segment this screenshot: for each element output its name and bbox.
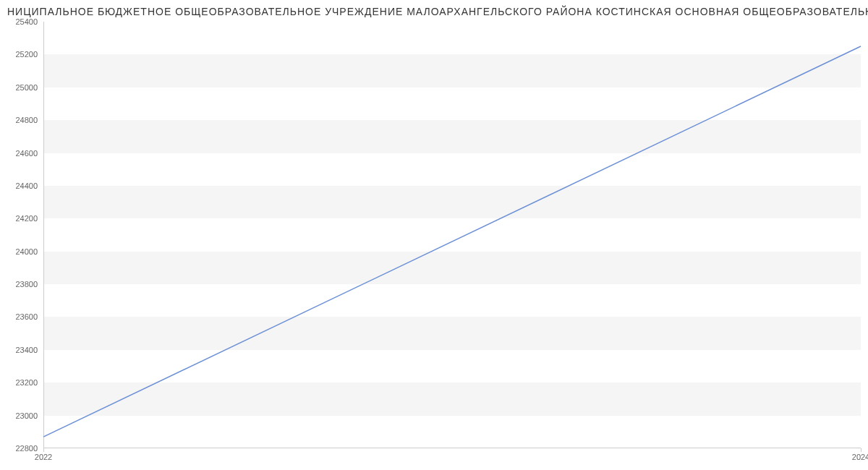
line-chart-svg bbox=[43, 22, 861, 448]
y-tick-label: 23000 bbox=[15, 411, 43, 420]
y-tick-label: 24800 bbox=[15, 116, 43, 124]
y-tick-label: 24200 bbox=[15, 214, 43, 223]
y-tick-label: 25200 bbox=[15, 50, 43, 59]
y-tick-label: 24400 bbox=[15, 181, 43, 190]
y-tick-label: 24000 bbox=[15, 247, 43, 256]
y-tick-label: 23800 bbox=[15, 280, 43, 289]
x-tick-mark bbox=[43, 448, 44, 452]
chart-title: НИЦИПАЛЬНОЕ БЮДЖЕТНОЕ ОБЩЕОБРАЗОВАТЕЛЬНО… bbox=[0, 0, 868, 19]
plot-area: 2280023000232002340023600238002400024200… bbox=[43, 22, 861, 448]
data-series-line bbox=[43, 46, 861, 437]
y-tick-label: 25400 bbox=[15, 17, 43, 26]
y-tick-label: 23600 bbox=[15, 312, 43, 321]
x-tick-mark bbox=[861, 448, 861, 452]
chart-container: НИЦИПАЛЬНОЕ БЮДЖЕТНОЕ ОБЩЕОБРАЗОВАТЕЛЬНО… bbox=[0, 0, 868, 470]
x-tick-label: 2024 bbox=[852, 448, 868, 461]
y-tick-label: 23400 bbox=[15, 346, 43, 354]
y-tick-label: 23200 bbox=[15, 378, 43, 387]
y-tick-label: 24600 bbox=[15, 149, 43, 158]
y-tick-label: 25000 bbox=[15, 83, 43, 92]
